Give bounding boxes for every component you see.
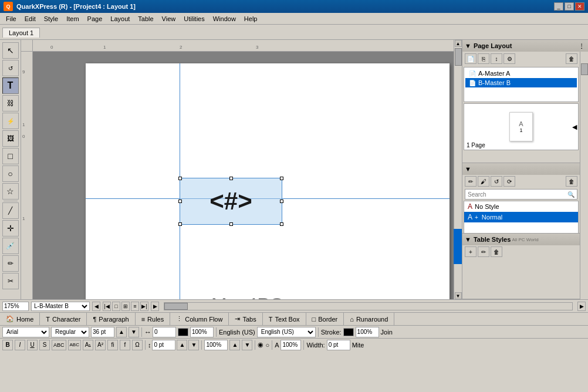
menu-file[interactable]: File (2, 14, 20, 23)
zoom-input[interactable] (2, 302, 29, 311)
tab-column-flow[interactable]: ⋮ Column Flow (170, 313, 229, 325)
page-layout-header[interactable]: ▼ Page Layout ⋮ (462, 40, 588, 52)
edit-pencil-button[interactable]: ✏ (465, 176, 477, 187)
panel-scroll-thumb-3[interactable] (581, 63, 588, 75)
h-scrollbar[interactable] (164, 302, 573, 310)
move-tool[interactable]: ✛ (2, 220, 19, 236)
scale-up-btn[interactable]: ▲ (229, 340, 240, 350)
tab-tabs[interactable]: ⇥ Tabs (229, 313, 262, 325)
duplicate-page-button[interactable]: ⎘ (478, 53, 489, 64)
view-mode-3[interactable]: ⊞ (121, 302, 130, 311)
stroke-opacity-input[interactable] (356, 327, 379, 337)
size-up-button[interactable]: ▲ (116, 327, 127, 337)
brush-button[interactable]: 🖌 (478, 176, 489, 187)
rect-tool[interactable]: □ (2, 148, 19, 164)
window-controls[interactable]: _ □ ✕ (554, 2, 584, 11)
refresh-button[interactable]: ↺ (491, 176, 502, 187)
language-select[interactable]: English (US) (257, 327, 316, 337)
size-input[interactable] (91, 327, 114, 337)
handle-mr[interactable] (280, 200, 283, 203)
add-table-style-button[interactable]: + (465, 246, 477, 257)
rotate-tool[interactable]: ↺ (2, 60, 19, 76)
page-prev-button[interactable]: ◀ (92, 302, 100, 311)
strikethrough-button[interactable]: S (39, 340, 50, 350)
view-mode-4[interactable]: ≡ (131, 302, 139, 311)
eyedrop-tool[interactable]: 💉 (2, 238, 19, 254)
view-mode-2[interactable]: □ (112, 302, 120, 311)
pen-tool[interactable]: ✏ (2, 255, 19, 272)
link-tool[interactable]: ⛓ (2, 95, 19, 111)
scale-input[interactable] (204, 340, 228, 350)
pointer-tool[interactable]: ↖ (2, 42, 19, 59)
styles-header[interactable]: ▼ ⋮ (462, 163, 588, 175)
page-thumbnail[interactable]: A 1 (509, 112, 533, 141)
tracking-input[interactable] (153, 327, 176, 337)
menu-table[interactable]: Table (134, 14, 157, 23)
oval-tool[interactable]: ○ (2, 165, 19, 182)
master-item-a[interactable]: 📄 A-Master A (465, 69, 577, 78)
opacity-input[interactable] (190, 327, 214, 337)
menu-help[interactable]: Help (241, 14, 261, 23)
handle-tl[interactable] (178, 177, 182, 180)
handle-bm[interactable] (229, 222, 233, 226)
tab-runaround[interactable]: ⌂ Runaround (344, 313, 394, 325)
move-page-button[interactable]: ↕ (491, 53, 502, 64)
master-select[interactable]: L-B-Master B (31, 302, 90, 311)
styles-search-box[interactable]: 🔍 (465, 189, 577, 200)
menu-item[interactable]: Item (63, 14, 82, 23)
tab-text-box[interactable]: T Text Box (263, 313, 306, 325)
handle-br[interactable] (280, 222, 283, 226)
panel-options-button[interactable]: ⋮ (577, 42, 586, 50)
image-tool[interactable]: 🖼 (2, 130, 19, 147)
width-input[interactable] (327, 340, 350, 350)
menu-utilities[interactable]: Utilities (180, 14, 208, 23)
allcaps-button[interactable]: ABC (52, 340, 66, 350)
delete-table-style-button[interactable]: 🗑 (491, 246, 502, 257)
stroke-color-swatch[interactable] (343, 328, 354, 336)
minimize-button[interactable]: _ (554, 2, 563, 11)
scroll-down-button[interactable]: ▼ (455, 292, 462, 299)
page-next-button[interactable]: ▶ (151, 302, 159, 311)
panel-scroll-3[interactable] (580, 52, 588, 299)
tab-home[interactable]: 🏠 Home (0, 313, 40, 325)
menu-style[interactable]: Style (40, 14, 62, 23)
subscript-button[interactable]: A² (95, 340, 106, 350)
sync-button[interactable]: ⟳ (503, 176, 515, 187)
tab-paragraph[interactable]: ¶ Paragraph (87, 313, 135, 325)
script-button[interactable]: f (120, 340, 130, 350)
master-item-b[interactable]: 📄 B-Master B (465, 78, 577, 87)
handle-ml[interactable] (178, 200, 182, 203)
baseline-input[interactable] (152, 340, 175, 350)
maximize-button[interactable]: □ (565, 2, 574, 11)
handle-bl[interactable] (178, 222, 182, 226)
ligature-button[interactable]: fi (107, 340, 118, 350)
menu-edit[interactable]: Edit (21, 14, 39, 23)
prev-page-button[interactable]: ◀ (572, 123, 577, 131)
handle-tr[interactable] (280, 177, 283, 180)
view-mode-1[interactable]: |◀ (103, 302, 111, 311)
star-tool[interactable]: ☆ (2, 183, 19, 200)
page-properties-button[interactable]: ⚙ (503, 53, 515, 64)
smallcaps-button[interactable]: ABC (68, 340, 81, 350)
special-char-button[interactable]: Ω (132, 340, 143, 350)
new-page-button[interactable]: 📄 (465, 53, 477, 64)
close-button[interactable]: ✕ (575, 2, 584, 11)
delete-style-button[interactable]: 🗑 (566, 176, 577, 187)
baseline-up-btn[interactable]: ▲ (177, 340, 187, 350)
handle-tm[interactable] (229, 177, 233, 180)
tab-border[interactable]: □ Border (306, 313, 344, 325)
unlink-tool[interactable]: ⚡ (2, 113, 19, 129)
styles-search-input[interactable] (468, 191, 567, 198)
menu-layout[interactable]: Layout (107, 14, 133, 23)
italic-button[interactable]: I (15, 340, 25, 350)
color-swatch[interactable] (178, 328, 188, 336)
tab-rules[interactable]: ≡ Rules (136, 313, 171, 325)
document-page[interactable]: <#> Mac4PC.com (86, 63, 450, 299)
scrollbar-vertical[interactable]: ▲ ▼ (454, 40, 462, 299)
line-tool[interactable]: ╱ (2, 202, 19, 219)
h-scroll-thumb[interactable] (164, 303, 188, 310)
edit-table-style-button[interactable]: ✏ (478, 246, 489, 257)
tab-character[interactable]: T Character (40, 313, 87, 325)
scissor-tool[interactable]: ✂ (2, 273, 19, 289)
delete-page-button[interactable]: 🗑 (566, 53, 577, 64)
